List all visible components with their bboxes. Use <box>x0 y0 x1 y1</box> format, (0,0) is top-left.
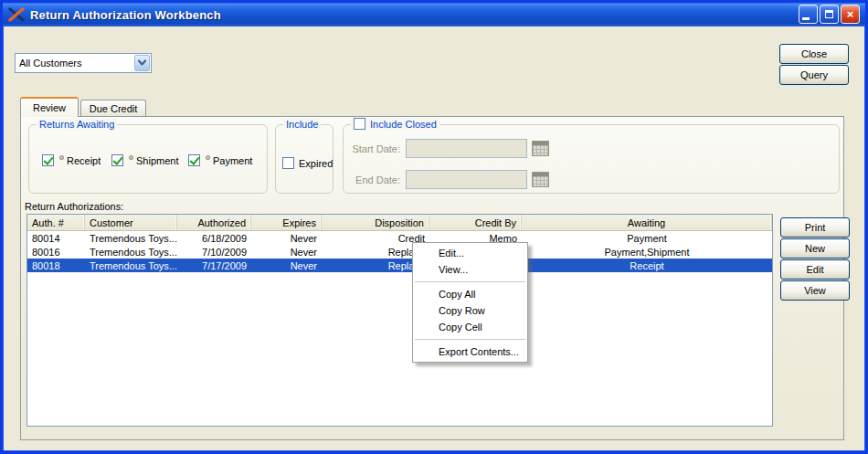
preference-dot-icon <box>206 155 210 160</box>
checkbox-expired[interactable] <box>282 157 294 169</box>
cell-expires: Never <box>251 231 322 245</box>
window-titlebar[interactable]: Return Authorization Workbench × <box>3 3 865 26</box>
group-include-closed: Include Closed Start Date: End Date: <box>343 124 840 194</box>
cell-customer: Tremendous Toys... <box>85 259 177 272</box>
menu-separator <box>415 339 525 340</box>
table-row-80014[interactable]: 80014Tremendous Toys...6/18/2009NeverCre… <box>27 231 772 245</box>
start-date-label: Start Date: <box>347 143 400 154</box>
maximize-button[interactable] <box>820 5 839 24</box>
cell-awaiting: Payment <box>522 231 772 245</box>
menu-item-export-contents[interactable]: Export Contents... <box>413 343 527 360</box>
table-row-80016[interactable]: 80016Tremendous Toys...7/10/2009NeverRep… <box>27 245 772 259</box>
menu-item-copy-all[interactable]: Copy All <box>413 286 527 302</box>
maximize-icon <box>825 10 833 18</box>
context-menu: Edit...View...Copy AllCopy RowCopy CellE… <box>412 242 528 363</box>
customer-filter-value: All Customers <box>16 58 134 69</box>
column-header-disposition[interactable]: Disposition <box>322 215 429 230</box>
query-button[interactable]: Query <box>779 65 849 85</box>
cell-expires: Never <box>251 245 322 259</box>
checkbox-payment[interactable] <box>188 154 200 166</box>
group-include-title: Include <box>283 119 321 130</box>
action-button-print[interactable]: Print <box>780 217 850 238</box>
column-header-authorized[interactable]: Authorized <box>177 215 251 230</box>
checkbox-shipment[interactable] <box>111 154 123 166</box>
menu-item-edit[interactable]: Edit... <box>413 245 527 261</box>
checkbox-include-closed-label: Include Closed <box>370 119 437 130</box>
chevron-down-icon <box>137 59 147 67</box>
checkbox-receipt-label: Receipt <box>67 155 101 166</box>
app-logo-icon <box>8 7 25 22</box>
minimize-icon <box>802 17 810 20</box>
table-row-80018[interactable]: 80018Tremendous Toys...7/17/2009NeverRep… <box>27 259 772 272</box>
checkbox-include-closed[interactable] <box>354 118 365 130</box>
group-returns-awaiting: Returns Awaiting Receipt Shipment Paymen… <box>28 124 268 194</box>
window-title: Return Authorization Workbench <box>30 8 221 22</box>
checkbox-payment-label: Payment <box>213 155 252 166</box>
close-button[interactable]: Close <box>779 44 849 64</box>
start-date-input[interactable] <box>406 139 527 158</box>
end-date-label: End Date: <box>347 174 400 185</box>
column-header-credit-by[interactable]: Credit By <box>429 215 522 230</box>
menu-separator <box>415 281 525 282</box>
calendar-icon[interactable] <box>532 172 549 187</box>
preference-dot-icon <box>129 155 133 160</box>
customer-filter-select[interactable]: All Customers <box>15 53 152 73</box>
group-include: Include Expired <box>275 124 333 194</box>
minimize-button[interactable] <box>799 5 818 24</box>
cell-awaiting: Receipt <box>522 259 772 272</box>
end-date-input[interactable] <box>406 170 527 189</box>
application-window: Return Authorization Workbench × All Cus… <box>0 0 868 454</box>
action-button-view[interactable]: View <box>780 280 850 301</box>
menu-item-view[interactable]: View... <box>413 261 527 278</box>
group-returns-awaiting-title: Returns Awaiting <box>37 119 117 130</box>
cell-authorized: 7/10/2009 <box>177 245 251 259</box>
cell-auth: 80016 <box>27 245 85 259</box>
cell-customer: Tremendous Toys... <box>85 245 177 259</box>
list-caption: Return Authorizations: <box>25 201 123 212</box>
close-icon: × <box>847 8 854 20</box>
tab-review[interactable]: Review <box>20 97 79 117</box>
tab-due-credit[interactable]: Due Credit <box>80 100 146 117</box>
ra-table[interactable]: Auth. #CustomerAuthorizedExpiresDisposit… <box>26 214 773 427</box>
cell-expires: Never <box>251 259 322 272</box>
cell-authorized: 6/18/2009 <box>177 231 251 245</box>
checkbox-expired-label: Expired <box>299 158 333 169</box>
cell-authorized: 7/17/2009 <box>177 259 251 272</box>
cell-auth: 80018 <box>27 259 85 272</box>
checkbox-shipment-label: Shipment <box>136 155 178 166</box>
preference-dot-icon <box>59 155 64 160</box>
calendar-icon[interactable] <box>532 141 549 156</box>
column-header-awaiting[interactable]: Awaiting <box>522 215 772 230</box>
checkbox-receipt[interactable] <box>42 154 54 166</box>
menu-item-copy-row[interactable]: Copy Row <box>413 302 527 319</box>
column-header-expires[interactable]: Expires <box>251 215 322 230</box>
cell-auth: 80014 <box>27 231 85 245</box>
column-header-customer[interactable]: Customer <box>85 215 177 230</box>
action-button-edit[interactable]: Edit <box>780 259 850 280</box>
combo-arrow-button[interactable] <box>134 55 150 71</box>
menu-item-copy-cell[interactable]: Copy Cell <box>413 319 527 335</box>
table-header-row: Auth. #CustomerAuthorizedExpiresDisposit… <box>27 215 772 231</box>
cell-awaiting: Payment,Shipment <box>522 245 772 259</box>
close-window-button[interactable]: × <box>841 5 860 24</box>
action-button-new[interactable]: New <box>780 238 850 259</box>
column-header-auth[interactable]: Auth. # <box>27 215 85 230</box>
cell-customer: Tremendous Toys... <box>85 231 177 245</box>
